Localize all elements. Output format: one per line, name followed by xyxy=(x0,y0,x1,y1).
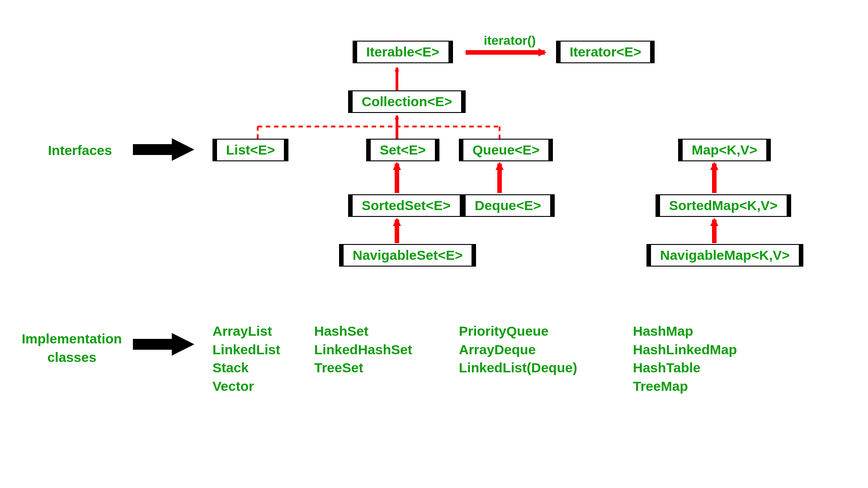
diagram-container: Iterable<E> iterator() Iterator<E> Colle… xyxy=(0,0,868,488)
interfaces-black-arrow xyxy=(133,138,194,161)
impl-queue: PriorityQueue ArrayDeque LinkedList(Dequ… xyxy=(459,322,577,377)
label-interfaces: Interfaces xyxy=(48,141,112,160)
node-queue: Queue<E> xyxy=(459,139,553,161)
node-navigableset: NavigableSet<E> xyxy=(339,244,476,267)
impl-map: HashMap HashLinkedMap HashTable TreeMap xyxy=(633,322,737,395)
svg-rect-1 xyxy=(133,339,174,350)
node-sortedset: SortedSet<E> xyxy=(348,194,464,217)
node-deque: Deque<E> xyxy=(461,194,555,217)
node-collection: Collection<E> xyxy=(348,90,466,113)
impl-set: HashSet LinkedHashSet TreeSet xyxy=(314,322,412,377)
impl-black-arrow xyxy=(133,333,194,356)
node-iterator: Iterator<E> xyxy=(556,41,655,63)
svg-rect-0 xyxy=(133,144,174,155)
label-iterator-method: iterator() xyxy=(484,33,536,48)
node-set: Set<E> xyxy=(366,139,439,161)
label-implementation-classes: Implementation classes xyxy=(22,330,122,366)
node-list: List<E> xyxy=(212,139,288,161)
node-navigablemap: NavigableMap<K,V> xyxy=(646,244,803,267)
impl-list: ArrayList LinkedList Stack Vector xyxy=(212,322,280,395)
node-iterable: Iterable<E> xyxy=(353,41,453,63)
node-map: Map<K,V> xyxy=(678,139,771,161)
node-sortedmap: SortedMap<K,V> xyxy=(656,194,791,217)
